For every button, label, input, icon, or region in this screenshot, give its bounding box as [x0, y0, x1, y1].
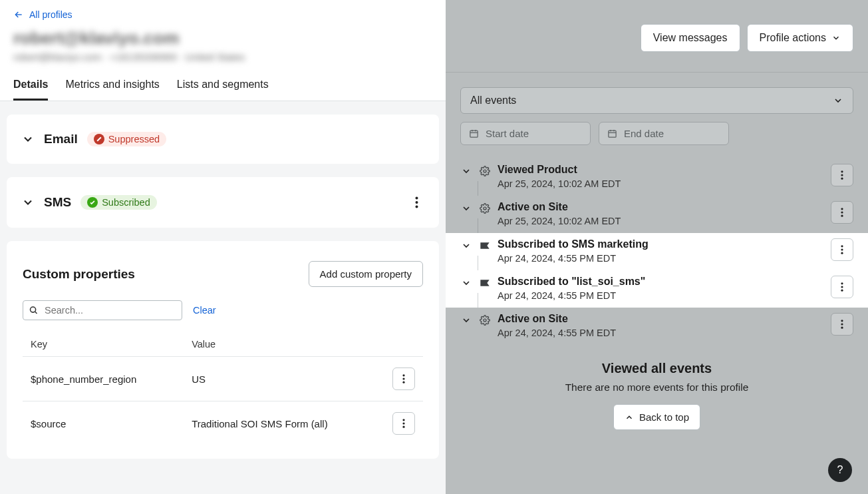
help-fab-button[interactable]: ?: [828, 458, 852, 482]
prop-row-more-menu[interactable]: [392, 412, 415, 435]
event-title: Active on Site: [498, 201, 825, 213]
sms-status-label: Subscribed: [102, 197, 150, 208]
chevron-up-icon: [625, 413, 634, 422]
table-header-key: Key: [23, 332, 184, 357]
email-status-pill: Suppressed: [87, 132, 166, 146]
chevron-down-icon: [831, 33, 841, 43]
svg-point-2: [415, 206, 418, 208]
timeline-connector: [478, 181, 478, 197]
back-to-top-button[interactable]: Back to top: [613, 404, 700, 430]
view-messages-button[interactable]: View messages: [641, 24, 740, 52]
timeline-connector: [478, 256, 478, 272]
tab-lists-segments[interactable]: Lists and segments: [177, 79, 269, 101]
sms-collapse-toggle[interactable]: [21, 196, 35, 209]
svg-point-20: [841, 245, 843, 247]
event-timestamp: Apr 24, 2024, 4:55 PM EDT: [498, 328, 825, 338]
event-expand-toggle[interactable]: [460, 202, 472, 214]
svg-point-4: [402, 374, 404, 376]
event-more-menu[interactable]: [831, 201, 853, 224]
event-expand-toggle[interactable]: [460, 165, 472, 177]
svg-point-8: [402, 422, 404, 424]
date-range-row: Start date End date: [460, 122, 853, 145]
svg-point-25: [841, 290, 843, 292]
start-date-input[interactable]: Start date: [460, 122, 591, 145]
event-timestamp: Apr 24, 2024, 4:55 PM EDT: [498, 253, 825, 264]
flag-icon: [479, 240, 491, 252]
svg-point-14: [841, 174, 843, 176]
event-expand-toggle[interactable]: [460, 314, 472, 326]
chevron-down-icon: [21, 196, 35, 209]
arrow-left-icon: [13, 9, 24, 20]
email-title: Email: [44, 132, 78, 146]
sms-title: SMS: [44, 195, 71, 210]
viewed-all-subtitle: There are no more events for this profil…: [460, 381, 853, 393]
svg-point-5: [402, 377, 404, 379]
svg-point-17: [841, 208, 843, 210]
end-date-input[interactable]: End date: [599, 122, 729, 145]
right-pane: View messages Profile actions All events…: [446, 0, 868, 494]
more-vertical-icon: [402, 373, 405, 384]
event-more-menu[interactable]: [831, 238, 853, 261]
back-link-label: All profiles: [29, 9, 72, 20]
back-to-all-profiles-link[interactable]: All profiles: [13, 9, 432, 20]
custom-properties-table: Key Value $phone_number_region US: [23, 332, 423, 445]
timeline-connector: [478, 218, 478, 234]
event-row: Active on SiteApr 25, 2024, 10:02 AM EDT: [446, 196, 868, 233]
profile-actions-label: Profile actions: [760, 32, 827, 44]
event-row: Subscribed to SMS marketingApr 24, 2024,…: [446, 233, 868, 270]
svg-point-0: [415, 197, 418, 200]
event-expand-toggle[interactable]: [460, 277, 472, 289]
profile-actions-button[interactable]: Profile actions: [747, 24, 854, 52]
event-filter-label: All events: [470, 95, 516, 107]
svg-point-26: [484, 319, 486, 322]
custom-properties-clear-link[interactable]: Clear: [193, 305, 216, 316]
prop-key: $source: [23, 401, 184, 446]
svg-point-6: [402, 381, 404, 383]
add-custom-property-button[interactable]: Add custom property: [309, 261, 423, 287]
svg-rect-10: [470, 130, 478, 137]
event-expand-toggle[interactable]: [460, 240, 472, 252]
end-date-placeholder: End date: [624, 128, 664, 139]
event-row: Viewed ProductApr 25, 2024, 10:02 AM EDT: [446, 158, 868, 196]
svg-point-16: [484, 207, 486, 210]
left-pane: All profiles robert@klaviyo.com robert@k…: [0, 0, 446, 494]
suppressed-icon: [94, 134, 104, 144]
email-collapse-toggle[interactable]: [21, 132, 35, 146]
svg-point-19: [841, 215, 843, 217]
events-list: Viewed ProductApr 25, 2024, 10:02 AM EDT…: [446, 158, 868, 345]
chevron-down-icon: [833, 95, 843, 106]
viewed-all-events-block: Viewed all events There are no more even…: [460, 345, 853, 446]
start-date-placeholder: Start date: [486, 128, 529, 139]
event-more-menu[interactable]: [831, 164, 853, 186]
profile-tabs: Details Metrics and insights Lists and s…: [13, 79, 432, 101]
event-more-menu[interactable]: [831, 313, 853, 336]
svg-point-15: [841, 178, 843, 180]
table-row: $phone_number_region US: [23, 357, 423, 401]
prop-row-more-menu[interactable]: [392, 368, 415, 390]
event-row: Subscribed to "list_soi_sms"Apr 24, 2024…: [446, 270, 868, 308]
right-body: All events Start date End date Viewed Pr…: [446, 73, 868, 446]
email-channel-card: Email Suppressed: [7, 115, 439, 164]
tab-details[interactable]: Details: [13, 79, 48, 101]
subscribed-check-icon: [87, 197, 98, 208]
svg-point-27: [841, 320, 843, 322]
event-more-menu[interactable]: [831, 276, 853, 298]
calendar-icon: [607, 128, 617, 138]
svg-point-12: [484, 170, 486, 172]
event-filter-select[interactable]: All events: [460, 87, 853, 114]
custom-properties-search-input[interactable]: [23, 300, 182, 320]
event-timestamp: Apr 25, 2024, 10:02 AM EDT: [498, 216, 825, 226]
timeline-connector: [478, 293, 478, 309]
custom-properties-card: Custom properties Add custom property Cl…: [7, 241, 439, 459]
event-title: Active on Site: [498, 313, 825, 325]
sms-more-menu[interactable]: [408, 194, 424, 210]
tab-metrics-insights[interactable]: Metrics and insights: [65, 79, 159, 101]
sms-channel-card: SMS Subscribed: [7, 177, 439, 228]
gear-icon: [479, 202, 491, 214]
gear-icon: [479, 165, 491, 177]
svg-point-21: [841, 248, 843, 250]
svg-point-9: [402, 426, 404, 428]
svg-rect-11: [609, 130, 616, 137]
left-header: All profiles robert@klaviyo.com robert@k…: [0, 0, 446, 101]
svg-point-3: [31, 307, 36, 312]
